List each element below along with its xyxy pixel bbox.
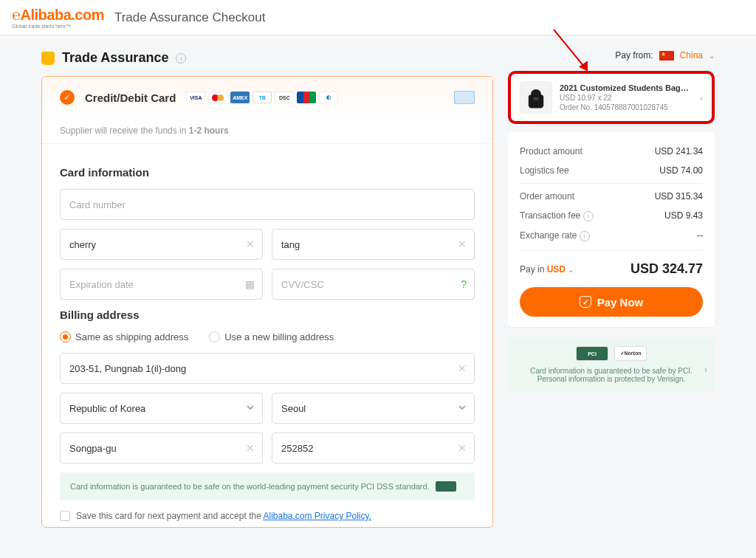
card-brand-icons: VISA AMEX TB DSC ◐ — [186, 92, 338, 103]
card-number-input[interactable] — [69, 199, 465, 210]
funds-note: Supplier will receive the funds in 1-2 h… — [42, 118, 492, 144]
alibaba-logo[interactable]: ℮Alibaba.com Global trade starts here™ — [12, 7, 104, 29]
order-number: Order No. 140578887001028745 — [560, 103, 693, 111]
pay-now-label: Pay Now — [597, 296, 644, 309]
save-card-checkbox[interactable] — [60, 511, 70, 521]
pay-from[interactable]: Pay from: China ⌄ — [508, 50, 715, 61]
security-box[interactable]: PCI ✓Norton Card information is guarante… — [508, 337, 715, 392]
logistics-label: Logistics fee — [520, 165, 569, 176]
chevron-down-icon: ⌄ — [568, 266, 574, 274]
clear-icon[interactable]: ✕ — [458, 238, 467, 250]
last-name-input[interactable] — [281, 239, 465, 250]
cvv-input[interactable] — [281, 279, 465, 290]
top-bar: ℮Alibaba.com Global trade starts here™ T… — [0, 0, 756, 35]
pay-now-button[interactable]: ✓ Pay Now — [520, 287, 703, 317]
expiration-field[interactable]: ▦ — [60, 269, 263, 300]
credit-card-icon — [454, 91, 475, 104]
tx-fee-label: Transaction fee i — [520, 210, 594, 221]
chevron-right-icon: › — [700, 92, 703, 103]
same-address-label: Same as shipping address — [75, 331, 188, 342]
norton-badge-icon: ✓Norton — [614, 346, 647, 361]
trade-assurance-heading: Trade Assurance i — [41, 50, 186, 66]
expiration-input[interactable] — [69, 279, 253, 290]
country-field[interactable] — [60, 393, 263, 424]
pci-badge-icon: PCI — [576, 346, 608, 361]
last-name-field[interactable]: ✕ — [272, 229, 475, 260]
product-amount-value: USD 241.34 — [655, 146, 703, 156]
security-badges: PCI ✓Norton — [517, 346, 706, 361]
tb-icon: TB — [252, 92, 272, 103]
info-icon[interactable]: i — [583, 211, 594, 221]
product-amount-label: Product amount — [520, 146, 583, 156]
product-unit-price: USD 10.97 x 22 — [560, 94, 693, 102]
pci-notice: Card information is guaranteed to be saf… — [60, 472, 475, 500]
clear-icon[interactable]: ✕ — [458, 442, 467, 454]
clear-icon[interactable]: ✕ — [458, 362, 467, 374]
mastercard-icon — [208, 92, 227, 103]
jcb-icon — [297, 92, 316, 103]
product-thumbnail — [520, 81, 552, 114]
chevron-down-icon — [458, 402, 467, 414]
help-icon[interactable]: ? — [461, 278, 467, 290]
visa-icon: VISA — [186, 92, 205, 103]
info-icon[interactable]: i — [176, 53, 186, 63]
card-number-field[interactable] — [60, 189, 475, 220]
order-summary: Product amountUSD 241.34 Logistics feeUS… — [508, 131, 715, 327]
district-field[interactable]: ✕ — [60, 433, 263, 464]
radio-empty-icon — [209, 331, 220, 342]
order-amount-value: USD 315.34 — [655, 191, 703, 202]
cvv-field[interactable]: ? — [272, 269, 475, 300]
order-product-card[interactable]: 2021 Customized Students Bags ... USD 10… — [508, 71, 715, 124]
postal-input[interactable] — [281, 443, 465, 454]
calendar-icon[interactable]: ▦ — [245, 278, 255, 290]
radio-selected-icon — [60, 331, 71, 342]
new-address-radio[interactable]: Use a new billing address — [209, 331, 334, 342]
tx-fee-value: USD 9.43 — [664, 210, 703, 221]
chevron-down-icon — [246, 402, 255, 414]
payment-method-label: Credit/Debit Card — [85, 92, 176, 104]
first-name-field[interactable]: ✕ — [60, 229, 263, 260]
city-field[interactable] — [272, 393, 475, 424]
first-name-input[interactable] — [69, 239, 253, 250]
payment-method-row[interactable]: ✓ Credit/Debit Card VISA AMEX TB DSC ◐ — [42, 77, 492, 118]
district-input[interactable] — [69, 443, 253, 454]
pay-in-currency[interactable]: Pay in USD ⌄ — [520, 264, 574, 275]
shield-icon — [41, 52, 55, 65]
clear-icon[interactable]: ✕ — [246, 238, 255, 250]
country-input[interactable] — [69, 403, 253, 414]
check-icon: ✓ — [60, 90, 75, 105]
fx-label: Exchange rate i — [520, 230, 590, 241]
pay-from-label: Pay from: — [615, 50, 653, 61]
new-address-label: Use a new billing address — [224, 331, 334, 342]
order-amount-label: Order amount — [520, 191, 574, 202]
chevron-right-icon: › — [704, 365, 707, 375]
address-input[interactable] — [69, 363, 465, 374]
order-total: USD 324.77 — [630, 261, 703, 277]
fx-value: -- — [697, 230, 703, 241]
privacy-policy-link[interactable]: Alibaba.com Privacy Policy. — [263, 511, 371, 521]
info-icon[interactable]: i — [580, 231, 590, 241]
security-text-b: Personal information is protected by Ver… — [517, 375, 706, 383]
payment-card: ✓ Credit/Debit Card VISA AMEX TB DSC ◐ S… — [41, 76, 493, 528]
postal-field[interactable]: ✕ — [272, 433, 475, 464]
billing-title: Billing address — [60, 309, 475, 321]
logistics-value: USD 74.00 — [659, 165, 703, 176]
clear-icon[interactable]: ✕ — [246, 442, 255, 454]
amex-icon: AMEX — [230, 92, 250, 103]
chevron-down-icon: ⌄ — [709, 52, 715, 60]
security-text-a: Card information is guaranteed to be saf… — [517, 367, 706, 375]
address-field[interactable]: ✕ — [60, 353, 475, 384]
shield-icon: ✓ — [580, 296, 591, 308]
card-info-title: Card information — [60, 166, 475, 179]
discover-icon: DSC — [275, 92, 294, 103]
heading-text: Trade Assurance — [62, 50, 168, 66]
pci-notice-text: Card information is guaranteed to be saf… — [70, 482, 430, 491]
china-flag-icon — [659, 51, 674, 61]
logo-tagline: Global trade starts here™ — [12, 24, 104, 29]
svg-rect-0 — [534, 97, 539, 100]
city-input[interactable] — [281, 403, 465, 414]
same-address-radio[interactable]: Same as shipping address — [60, 331, 188, 342]
pci-badge-icon — [436, 481, 456, 492]
save-card-row: Save this card for next payment and acce… — [60, 511, 475, 521]
diners-icon: ◐ — [319, 92, 338, 103]
